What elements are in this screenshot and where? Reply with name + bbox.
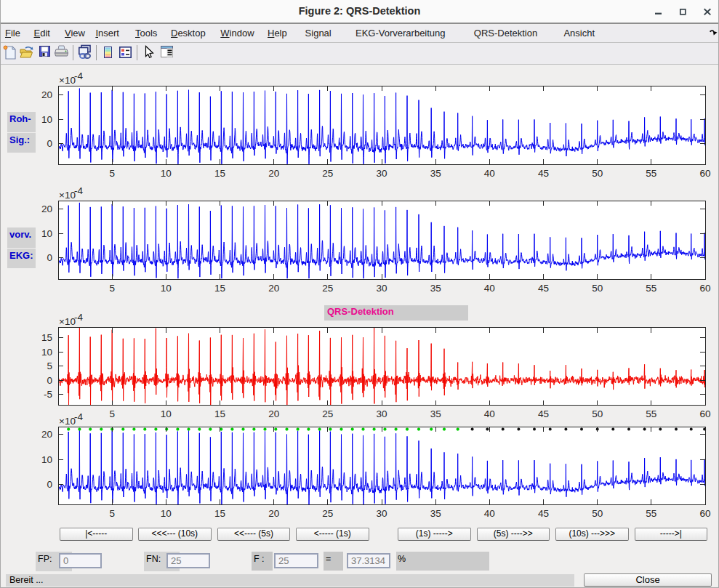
svg-text:5: 5 [109,168,115,179]
svg-text:10: 10 [161,283,172,294]
svg-text:50: 50 [592,283,603,294]
svg-text:50: 50 [592,168,603,179]
svg-text:15: 15 [214,508,225,519]
svg-text:55: 55 [646,283,656,294]
svg-text:5: 5 [47,361,52,371]
svg-text:55: 55 [646,168,656,179]
svg-text:60: 60 [699,283,710,294]
svg-text:45: 45 [538,508,549,519]
svg-text:×10: ×10 [59,75,76,86]
svg-text:35: 35 [430,283,441,294]
svg-text:15: 15 [214,168,225,179]
svg-text:×10: ×10 [59,190,76,201]
svg-text:10: 10 [41,454,52,465]
svg-text:25: 25 [322,508,333,519]
svg-text:40: 40 [484,283,495,294]
svg-text:15: 15 [214,408,225,419]
svg-text:25: 25 [322,168,333,179]
svg-text:55: 55 [646,508,656,519]
svg-text:40: 40 [484,168,495,179]
svg-text:35: 35 [430,168,441,179]
svg-text:60: 60 [699,508,710,519]
svg-text:×10: ×10 [59,316,76,327]
svg-text:-4: -4 [74,411,83,422]
svg-text:60: 60 [699,408,710,419]
svg-text:25: 25 [322,408,333,419]
svg-text:20: 20 [41,204,52,214]
svg-text:30: 30 [376,283,387,294]
svg-text:60: 60 [699,168,710,179]
svg-text:45: 45 [538,408,549,419]
svg-text:45: 45 [538,168,549,179]
svg-text:20: 20 [41,89,52,100]
svg-text:35: 35 [430,508,441,519]
svg-text:25: 25 [322,283,333,294]
svg-text:-4: -4 [74,185,83,196]
svg-text:20: 20 [268,283,279,294]
svg-text:40: 40 [484,408,495,419]
svg-text:-4: -4 [74,71,83,81]
svg-text:15: 15 [214,283,225,294]
svg-text:5: 5 [109,408,115,419]
svg-text:45: 45 [538,283,549,294]
svg-text:55: 55 [646,408,656,419]
svg-text:×10: ×10 [59,416,76,427]
svg-text:15: 15 [41,332,52,343]
svg-text:30: 30 [376,408,387,419]
svg-text:5: 5 [109,283,115,294]
svg-text:0: 0 [47,252,52,263]
svg-text:20: 20 [268,408,279,419]
svg-text:35: 35 [430,408,441,419]
svg-text:20: 20 [268,168,279,179]
svg-text:0: 0 [47,375,52,386]
svg-text:10: 10 [41,228,52,239]
svg-text:50: 50 [592,508,603,519]
svg-text:-4: -4 [74,312,83,323]
svg-text:0: 0 [47,138,52,149]
svg-text:20: 20 [41,429,52,440]
svg-text:10: 10 [41,114,52,125]
svg-text:10: 10 [41,347,52,358]
svg-text:20: 20 [268,508,279,519]
svg-text:50: 50 [592,408,603,419]
svg-text:30: 30 [376,168,387,179]
svg-text:-5: -5 [44,389,52,400]
svg-text:10: 10 [161,408,172,419]
svg-text:40: 40 [484,508,495,519]
svg-text:5: 5 [109,508,115,519]
svg-text:30: 30 [376,508,387,519]
svg-text:0: 0 [47,479,52,490]
svg-text:10: 10 [161,168,172,179]
svg-text:10: 10 [161,508,172,519]
